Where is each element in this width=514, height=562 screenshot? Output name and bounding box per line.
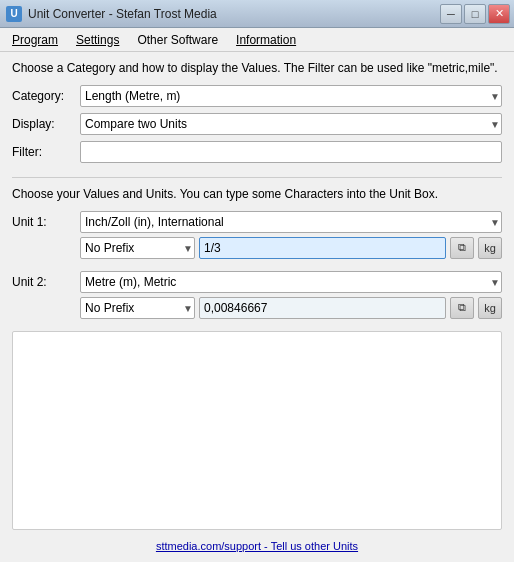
unit2-prefix-select[interactable]: No Prefix — [80, 297, 195, 319]
unit1-select[interactable]: Inch/Zoll (in), International — [80, 211, 502, 233]
unit1-kg-icon: kg — [484, 242, 496, 254]
display-select[interactable]: Compare two Units — [80, 113, 502, 135]
unit2-copy-button[interactable]: ⧉ — [450, 297, 474, 319]
unit2-input-row: No Prefix ▼ ⧉ kg — [80, 297, 502, 319]
section-divider — [12, 177, 502, 178]
menu-information[interactable]: Information — [228, 30, 304, 50]
unit2-prefix-wrapper: No Prefix ▼ — [80, 297, 195, 319]
unit1-copy-icon: ⧉ — [458, 241, 466, 254]
unit2-kg-button[interactable]: kg — [478, 297, 502, 319]
unit2-row: Unit 2: Metre (m), Metric ▼ No Prefix ▼ … — [12, 271, 502, 327]
unit1-label-row: Unit 1: Inch/Zoll (in), International ▼ — [12, 211, 502, 233]
title-bar: U Unit Converter - Stefan Trost Media ─ … — [0, 0, 514, 28]
unit1-copy-button[interactable]: ⧉ — [450, 237, 474, 259]
filter-input[interactable] — [80, 141, 502, 163]
results-area — [12, 331, 502, 530]
menu-settings[interactable]: Settings — [68, 30, 127, 50]
main-content: Choose a Category and how to display the… — [0, 52, 514, 562]
display-control: Compare two Units ▼ — [80, 113, 502, 135]
display-label: Display: — [12, 117, 80, 131]
unit2-label: Unit 2: — [12, 275, 80, 289]
unit1-input-row: No Prefix ▼ ⧉ kg — [80, 237, 502, 259]
unit1-row: Unit 1: Inch/Zoll (in), International ▼ … — [12, 211, 502, 267]
unit1-prefix-select[interactable]: No Prefix — [80, 237, 195, 259]
menu-program[interactable]: Program — [4, 30, 66, 50]
filter-label: Filter: — [12, 145, 80, 159]
category-row: Category: Length (Metre, m) ▼ — [12, 85, 502, 107]
title-bar-controls: ─ □ ✕ — [440, 4, 510, 24]
unit2-select-wrapper: Metre (m), Metric ▼ — [80, 271, 502, 293]
unit1-prefix-wrapper: No Prefix ▼ — [80, 237, 195, 259]
section1-info: Choose a Category and how to display the… — [12, 60, 502, 77]
filter-control — [80, 141, 502, 163]
category-select-wrapper: Length (Metre, m) ▼ — [80, 85, 502, 107]
title-bar-left: U Unit Converter - Stefan Trost Media — [6, 6, 217, 22]
minimize-button[interactable]: ─ — [440, 4, 462, 24]
close-button[interactable]: ✕ — [488, 4, 510, 24]
unit1-kg-button[interactable]: kg — [478, 237, 502, 259]
section2-info: Choose your Values and Units. You can ty… — [12, 186, 502, 203]
category-select[interactable]: Length (Metre, m) — [80, 85, 502, 107]
footer-link[interactable]: sttmedia.com/support - Tell us other Uni… — [12, 536, 502, 554]
unit2-label-row: Unit 2: Metre (m), Metric ▼ — [12, 271, 502, 293]
menu-other-software[interactable]: Other Software — [129, 30, 226, 50]
maximize-button[interactable]: □ — [464, 4, 486, 24]
unit1-select-wrapper: Inch/Zoll (in), International ▼ — [80, 211, 502, 233]
window-title: Unit Converter - Stefan Trost Media — [28, 7, 217, 21]
menu-bar: Program Settings Other Software Informat… — [0, 28, 514, 52]
unit2-kg-icon: kg — [484, 302, 496, 314]
unit2-copy-icon: ⧉ — [458, 301, 466, 314]
display-select-wrapper: Compare two Units ▼ — [80, 113, 502, 135]
unit1-value-input[interactable] — [199, 237, 446, 259]
category-control: Length (Metre, m) ▼ — [80, 85, 502, 107]
filter-row: Filter: — [12, 141, 502, 163]
display-row: Display: Compare two Units ▼ — [12, 113, 502, 135]
category-label: Category: — [12, 89, 80, 103]
unit2-select[interactable]: Metre (m), Metric — [80, 271, 502, 293]
unit2-value-input[interactable] — [199, 297, 446, 319]
app-icon: U — [6, 6, 22, 22]
unit1-label: Unit 1: — [12, 215, 80, 229]
